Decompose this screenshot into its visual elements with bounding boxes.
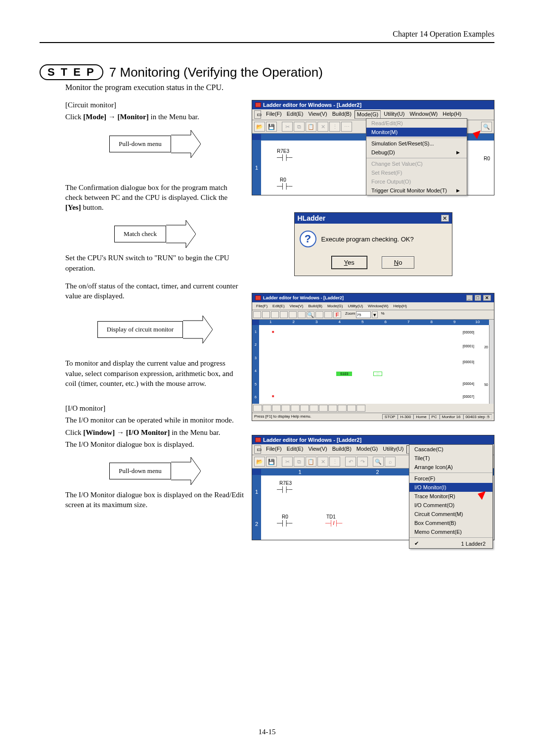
no-button[interactable]: No [382, 256, 415, 269]
menu-utility[interactable]: Utility(U) [346, 303, 365, 309]
tool-button[interactable] [324, 311, 332, 318]
menu-item-arrange[interactable]: Arrange Icon(A) [409, 463, 492, 472]
menu-view[interactable]: View(V) [306, 110, 329, 119]
cut-button[interactable]: ✂ [282, 122, 293, 132]
min-icon[interactable]: _ [466, 295, 473, 301]
copy-button[interactable]: ⧉ [294, 457, 305, 467]
palette-button[interactable] [291, 405, 300, 412]
tool-button[interactable] [280, 311, 288, 318]
copy-button[interactable]: ⧉ [294, 122, 305, 132]
app-logo-icon [255, 102, 261, 107]
delete-button[interactable]: ✕ [317, 457, 328, 467]
menu-item-io-monitor[interactable]: I/O Monitor(I) [409, 483, 492, 492]
tool-button[interactable]: ↶ [345, 457, 356, 467]
palette-button[interactable] [356, 405, 365, 412]
menu-file[interactable]: File(F) [264, 445, 284, 454]
zoom-dropdown[interactable]: ▾ [372, 311, 378, 318]
menu-mode[interactable]: Mode(G) [355, 110, 381, 119]
menu-edit[interactable]: Edit(E) [270, 303, 286, 309]
palette-button[interactable] [338, 405, 347, 412]
tool-button[interactable]: ⌕ [385, 457, 396, 467]
menu-item-tile[interactable]: Tile(T) [409, 454, 492, 463]
tool-button[interactable]: ⋮ [329, 122, 340, 132]
palette-button[interactable] [253, 405, 262, 412]
tool-button[interactable] [253, 311, 261, 318]
menu-item-ladder2[interactable]: ✔ 1 Ladder2 [409, 539, 492, 548]
tool-button[interactable]: 🔍 [307, 311, 314, 318]
menu-item-circuit-comment[interactable]: Circuit Comment(M) [409, 510, 492, 519]
menu-help[interactable]: Help(H) [391, 303, 409, 309]
menu-item-change-set[interactable]: Change Set Value(C) [366, 159, 467, 168]
open-button[interactable]: 📂 [254, 122, 265, 132]
menu-file[interactable]: File(F) [264, 110, 284, 119]
text: Click [65, 428, 83, 436]
menu-item-monitor[interactable]: Monitor(M) [366, 128, 467, 137]
paste-button[interactable]: 📋 [306, 122, 316, 132]
tool-button[interactable]: F [333, 311, 341, 318]
menu-utility[interactable]: Utility(U) [382, 110, 406, 119]
menu-item-read-edit[interactable]: Read/Edit(R) [366, 119, 467, 128]
tool-button[interactable]: ⋯ [341, 122, 352, 132]
cut-button[interactable]: ✂ [282, 457, 293, 467]
tool-button[interactable]: ⋮ [329, 457, 340, 467]
menu-item-io-comment[interactable]: I/O Comment(O) [409, 501, 492, 510]
tool-button[interactable] [298, 311, 306, 318]
menu-build[interactable]: Build(B) [330, 445, 354, 454]
menu-utility[interactable]: Utility(U) [381, 445, 405, 454]
menu-window[interactable]: Window(W) [366, 303, 390, 309]
close-icon[interactable]: ✕ [483, 295, 491, 301]
menu-window[interactable]: Window(W) [407, 110, 440, 119]
palette-button[interactable] [272, 405, 281, 412]
tool-button[interactable]: 🔍 [481, 122, 492, 132]
menu-build[interactable]: Build(B) [330, 110, 354, 119]
menu-item-sim-reset[interactable]: Simulation Set/Reset(S)... [366, 139, 467, 148]
menu-item-cascade[interactable]: Cascade(C) [409, 445, 492, 454]
palette-button[interactable] [300, 405, 309, 412]
row-label: 1 [252, 475, 261, 508]
palette-button[interactable] [319, 405, 328, 412]
sysmenu-icon[interactable]: ▭ [254, 110, 261, 119]
sysmenu-icon[interactable]: ▭ [254, 445, 261, 454]
menu-edit[interactable]: Edit(E) [285, 110, 306, 119]
palette-button[interactable] [328, 405, 337, 412]
question-icon: ? [300, 231, 316, 247]
menu-mode[interactable]: Mode(G) [325, 303, 345, 309]
menu-edit[interactable]: Edit(E) [285, 445, 306, 454]
save-button[interactable]: 💾 [266, 122, 277, 132]
max-icon[interactable]: □ [475, 295, 481, 301]
open-button[interactable]: 📂 [254, 457, 265, 467]
menu-help[interactable]: Help(H) [441, 110, 463, 119]
scrollbar[interactable] [489, 325, 494, 404]
menu-item-trigger[interactable]: Trigger Circuit Monitor Mode(T)▶ [366, 186, 467, 195]
palette-button[interactable] [281, 405, 290, 412]
menu-item-force[interactable]: Force(F) [409, 474, 492, 483]
palette-button[interactable] [310, 405, 318, 412]
menu-item-box-comment[interactable]: Box Comment(B) [409, 519, 492, 527]
menu-item-memo-comment[interactable]: Memo Comment(E) [409, 527, 492, 536]
menu-item-set-reset[interactable]: Set Reset(F) [366, 168, 467, 177]
menu-mode[interactable]: Mode(G) [355, 445, 380, 454]
menu-build[interactable]: Build(B) [306, 303, 324, 309]
menu-file[interactable]: File(F) [254, 303, 269, 309]
delete-button[interactable]: ✕ [317, 122, 328, 132]
tool-button[interactable] [262, 311, 270, 318]
close-icon[interactable]: ✕ [441, 215, 449, 222]
text: → [115, 428, 126, 436]
menu-view[interactable]: View(V) [306, 445, 329, 454]
arrow-label: Display of circuit monitor [97, 321, 183, 338]
tool-button[interactable] [315, 311, 323, 318]
tool-button[interactable] [289, 311, 297, 318]
palette-button[interactable] [263, 405, 271, 412]
row-label: 2 [252, 508, 261, 540]
menu-item-debug[interactable]: Debug(D)▶ [366, 148, 467, 157]
find-button[interactable]: 🔍 [373, 457, 384, 467]
palette-button[interactable] [347, 405, 356, 412]
menu-view[interactable]: View(V) [288, 303, 306, 309]
menu-item-force-output[interactable]: Force Output(O) [366, 177, 467, 186]
zoom-input[interactable] [356, 311, 371, 318]
tool-button[interactable] [271, 311, 279, 318]
paste-button[interactable]: 📋 [306, 457, 316, 467]
yes-button[interactable]: Yes [332, 256, 367, 269]
tool-button[interactable]: ↷ [357, 457, 368, 467]
save-button[interactable]: 💾 [266, 457, 277, 467]
